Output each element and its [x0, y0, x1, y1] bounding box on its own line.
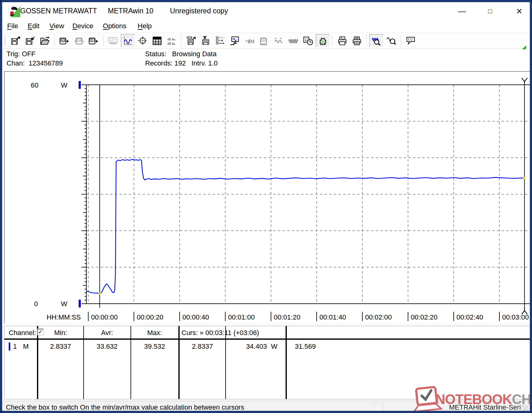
send-device-button: 326	[72, 34, 86, 47]
histogram-view-icon	[167, 36, 177, 46]
print-chart-button[interactable]	[335, 34, 349, 47]
menu-edit[interactable]: Edit	[28, 22, 39, 30]
maximize-button[interactable]: □	[483, 5, 497, 18]
debug-bug-button[interactable]	[316, 34, 330, 47]
minimize-button[interactable]: —	[455, 5, 469, 18]
statusbar-divider	[383, 402, 384, 412]
x-tick-label: 00:02:40	[456, 313, 483, 321]
open-file-icon	[40, 36, 50, 46]
import-data-button[interactable]	[199, 34, 213, 47]
menu-bar: FileEditViewDeviceOptionsHelp	[2, 20, 530, 33]
x-tick-label: 00:00:20	[137, 313, 163, 321]
save-as-button[interactable]	[23, 34, 37, 47]
zoom-amplitude-icon	[386, 36, 396, 46]
svg-text:T/2: T/2	[408, 38, 412, 41]
x-tick-label: 00:01:40	[319, 313, 346, 321]
table-divider	[83, 326, 84, 399]
channel-setup-icon	[215, 36, 226, 46]
save-as-icon	[25, 36, 35, 46]
export-data-button[interactable]	[184, 34, 198, 47]
cursor-mode-button[interactable]	[135, 34, 149, 47]
menu-help[interactable]: Help	[138, 22, 152, 30]
x-axis-label: HH:MM:SS	[47, 313, 81, 321]
y-min-unit: W	[61, 300, 67, 308]
app-logo-icon	[8, 5, 21, 18]
col-header-cursor: Curs: » 00:03:11 (+03:06)	[181, 329, 259, 337]
cell-cursor-b-unit: W	[271, 343, 277, 351]
toolbar-grip[interactable]	[5, 35, 6, 46]
col-header-min: Min:	[38, 329, 84, 337]
hint-tooltip-button[interactable]: T/2	[404, 34, 418, 47]
read-memory-button[interactable]: M	[87, 34, 101, 47]
read-device-button[interactable]: 321	[57, 34, 71, 47]
read-memory-icon: M	[89, 36, 99, 46]
cell-max: 39.532	[131, 343, 178, 351]
svg-text:M: M	[91, 39, 93, 42]
table-view-button[interactable]	[150, 34, 164, 47]
close-button[interactable]: ✕	[512, 5, 526, 18]
power-chart[interactable]: 60W0WHH:MM:SS00:00:0000:00:2000:00:4000:…	[4, 71, 532, 325]
print-report-icon	[352, 36, 362, 46]
records-readout: Records: 192 Intrv. 1.0	[145, 59, 218, 67]
y-min-marker	[79, 300, 81, 307]
chart-view-icon	[123, 36, 133, 46]
x-tick-label: 00:01:00	[228, 313, 255, 321]
x-tick-label: 00:00:40	[182, 313, 209, 321]
status-readout: Status: Browsing Data	[145, 50, 217, 58]
save-file-button[interactable]	[9, 34, 23, 47]
toolbar-separator	[332, 35, 333, 47]
toolbar-separator	[401, 35, 401, 47]
trigger-status: Trig: OFF	[7, 50, 35, 58]
zoom-time-button[interactable]	[369, 34, 383, 47]
cursor-mode-icon	[137, 36, 148, 46]
zoom-amplitude-button[interactable]	[384, 34, 398, 47]
chart-panel[interactable]: 60W0WHH:MM:SS00:00:0000:00:2000:00:4000:…	[4, 71, 532, 324]
read-device-icon: 321	[59, 36, 70, 46]
x-tick-label: 00:00:00	[91, 313, 118, 321]
x-tick-label: 00:02:20	[411, 313, 438, 321]
table-divider	[131, 326, 131, 399]
device-config-icon: 321	[259, 36, 269, 46]
cell-channel-number[interactable]: 1	[13, 343, 17, 351]
time-setup-button[interactable]: 12	[301, 34, 315, 47]
svg-text:=f(x): =f(x)	[245, 38, 255, 43]
channel-setup-button[interactable]	[213, 34, 227, 47]
menu-device[interactable]: Device	[72, 22, 93, 30]
svg-text:1257: 1257	[110, 39, 116, 42]
metrawin-window: GOSSEN METRAWATT METRAwin 10 Unregistere…	[0, 0, 532, 413]
formula-fx-button[interactable]: =f(x)	[243, 34, 257, 47]
toolbar: 321326M1257=f(x)32112T/2	[2, 33, 530, 49]
histogram-view-button	[165, 34, 179, 47]
menu-options[interactable]: Options	[103, 22, 126, 30]
svg-text:321: 321	[61, 39, 65, 41]
cursor-value-dot	[523, 177, 525, 179]
col-header-channel: Channel:	[9, 329, 36, 337]
import-data-icon	[201, 36, 211, 46]
y-min-label: 0	[34, 300, 38, 308]
table-divider	[225, 326, 226, 399]
chart-view-button[interactable]	[121, 34, 135, 47]
cell-avr: 33.632	[84, 343, 131, 351]
svg-text:321: 321	[262, 39, 266, 41]
hint-tooltip-icon: T/2	[406, 36, 416, 46]
x-tick-label: 00:02:00	[365, 313, 392, 321]
wave-compare-icon	[274, 36, 284, 46]
wave-burst-icon	[288, 36, 299, 46]
online-monitor-button[interactable]	[228, 34, 242, 47]
print-chart-icon	[337, 36, 347, 46]
save-file-icon	[11, 36, 21, 46]
y-max-marker	[79, 81, 81, 89]
open-file-button[interactable]	[38, 34, 52, 47]
menu-view[interactable]: View	[49, 22, 64, 30]
toolbar-separator	[366, 35, 367, 47]
svg-text:326: 326	[77, 39, 81, 41]
cell-min: 2.8337	[38, 343, 84, 351]
y-max-label: 60	[31, 81, 38, 89]
print-report-button[interactable]	[350, 34, 364, 47]
zoom-time-icon	[371, 36, 382, 46]
status-bar: Check the box to switch On the min/avr/m…	[2, 401, 530, 413]
resize-grip[interactable]	[522, 405, 529, 412]
menu-file[interactable]: File	[7, 22, 18, 30]
x-tick-label: 00:01:20	[274, 313, 300, 321]
time-setup-icon: 12	[303, 36, 313, 46]
